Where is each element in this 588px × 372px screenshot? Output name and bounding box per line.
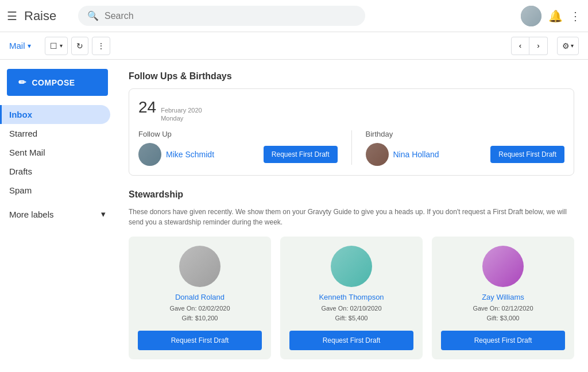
followup-card: 24 February 2020 Monday Follow Up Mike S…: [129, 88, 574, 176]
app-logo: Raise: [24, 9, 64, 24]
person-name-mike[interactable]: Mike Schmidt: [166, 150, 214, 159]
date-header: 24 February 2020 Monday: [138, 98, 564, 123]
date-month: February 2020: [161, 106, 202, 114]
chevron-down-icon: ▾: [101, 209, 106, 219]
sidebar-item-label: Inbox: [9, 110, 32, 119]
person-row-nina: Nina Holland Request First Draft: [366, 143, 565, 166]
menu-icon[interactable]: ☰: [7, 9, 17, 23]
stewardship-title: Stewardship: [129, 189, 574, 200]
more-toolbar-btn[interactable]: ⋮: [92, 37, 110, 55]
gear-icon: ⚙: [562, 41, 570, 51]
sidebar-item-label: Drafts: [9, 166, 32, 176]
person-name-nina[interactable]: Nina Holland: [393, 150, 439, 159]
steward-card-donald: Donald Roland Gave On: 02/02/2020 Gift: …: [129, 237, 271, 359]
topbar-right: 🔔 ⋮: [521, 6, 581, 26]
steward-btn-kenneth[interactable]: Request First Draft: [289, 331, 413, 350]
person-row-mike: Mike Schmidt Request First Draft: [138, 143, 338, 166]
steward-name-zay[interactable]: Zay Williams: [482, 293, 524, 301]
stewardship-section: Stewardship These donors have given rece…: [129, 189, 574, 359]
search-bar: 🔍: [78, 6, 365, 26]
date-weekday: Monday: [161, 114, 202, 122]
avatar-mike: [138, 143, 161, 166]
subtoolbar: Mail ▾ ☐ ▾ ↻ ⋮ ‹ › ⚙ ▾: [0, 32, 588, 60]
steward-info-donald: Gave On: 02/02/2020 Gift: $10,200: [169, 304, 230, 324]
more-options-icon[interactable]: ⋮: [570, 9, 581, 23]
settings-dropdown-icon: ▾: [571, 42, 574, 49]
refresh-btn[interactable]: ↻: [71, 37, 88, 55]
date-day: 24: [138, 98, 156, 117]
settings-btn[interactable]: ⚙ ▾: [557, 37, 579, 55]
avatar-kenneth: [331, 246, 372, 287]
select-checkbox-btn[interactable]: ☐ ▾: [45, 37, 68, 55]
request-draft-nina-btn[interactable]: Request First Draft: [490, 146, 564, 163]
avatar[interactable]: [521, 6, 541, 26]
search-input[interactable]: [105, 11, 356, 21]
dropdown-arrow-icon: ▾: [60, 42, 63, 49]
sidebar-item-label: Spam: [9, 185, 32, 195]
content-area: Follow Ups & Birthdays 24 February 2020 …: [115, 60, 588, 372]
followups-title: Follow Ups & Birthdays: [129, 71, 574, 82]
sidebar-item-label: Starred: [9, 129, 37, 138]
more-icon: ⋮: [97, 41, 105, 51]
followups-section: Follow Ups & Birthdays 24 February 2020 …: [129, 71, 574, 176]
request-draft-mike-btn[interactable]: Request First Draft: [264, 146, 338, 163]
stewardship-description: These donors have given recently. We sho…: [129, 207, 574, 227]
avatar-nina: [366, 143, 389, 166]
steward-card-kenneth: Kenneth Thompson Gave On: 02/10/2020 Gif…: [280, 237, 423, 359]
mail-label: Mail: [9, 41, 25, 51]
steward-name-kenneth[interactable]: Kenneth Thompson: [319, 293, 384, 301]
sidebar-item-spam[interactable]: Spam: [0, 181, 110, 200]
nav-arrows: ‹ ›: [511, 37, 548, 55]
sidebar-item-starred[interactable]: Starred: [0, 124, 110, 143]
birthday-label: Birthday: [366, 130, 565, 138]
pencil-icon: ✏: [18, 77, 26, 88]
sidebar-item-label: Sent Mail: [9, 148, 45, 157]
prev-page-btn[interactable]: ‹: [511, 37, 529, 55]
refresh-icon: ↻: [76, 41, 83, 51]
more-labels-toggle[interactable]: More labels ▾: [0, 204, 115, 224]
steward-card-zay: Zay Williams Gave On: 02/12/2020 Gift: $…: [432, 237, 574, 359]
avatar-donald: [179, 246, 220, 287]
more-labels-label: More labels: [9, 210, 54, 219]
topbar: ☰ Raise 🔍 🔔 ⋮: [0, 0, 588, 32]
steward-btn-zay[interactable]: Request First Draft: [441, 331, 565, 350]
main-layout: ✏ COMPOSE Inbox Starred Sent Mail Drafts…: [0, 60, 588, 372]
checkbox-icon: ☐: [50, 41, 57, 51]
stewardship-grid: Donald Roland Gave On: 02/02/2020 Gift: …: [129, 237, 574, 359]
steward-info-kenneth: Gave On: 02/10/2020 Gift: $5,400: [321, 304, 381, 324]
steward-info-zay: Gave On: 02/12/2020 Gift: $3,000: [473, 304, 533, 324]
sidebar-item-inbox[interactable]: Inbox: [0, 105, 110, 124]
next-page-btn[interactable]: ›: [529, 37, 548, 55]
mail-dropdown[interactable]: Mail ▾: [9, 41, 31, 51]
compose-button[interactable]: ✏ COMPOSE: [7, 69, 108, 96]
search-icon: 🔍: [87, 10, 99, 21]
steward-name-donald[interactable]: Donald Roland: [175, 293, 225, 301]
chevron-down-icon: ▾: [28, 42, 31, 50]
sidebar-item-drafts[interactable]: Drafts: [0, 162, 110, 181]
bell-icon[interactable]: 🔔: [548, 9, 563, 23]
follow-up-label: Follow Up: [138, 130, 338, 138]
sidebar-item-sent-mail[interactable]: Sent Mail: [0, 143, 110, 162]
sidebar: ✏ COMPOSE Inbox Starred Sent Mail Drafts…: [0, 60, 115, 372]
avatar-zay: [482, 246, 524, 287]
followup-divider: [351, 130, 352, 165]
followup-row: Follow Up Mike Schmidt Request First Dra…: [138, 130, 564, 166]
steward-btn-donald[interactable]: Request First Draft: [138, 331, 262, 350]
